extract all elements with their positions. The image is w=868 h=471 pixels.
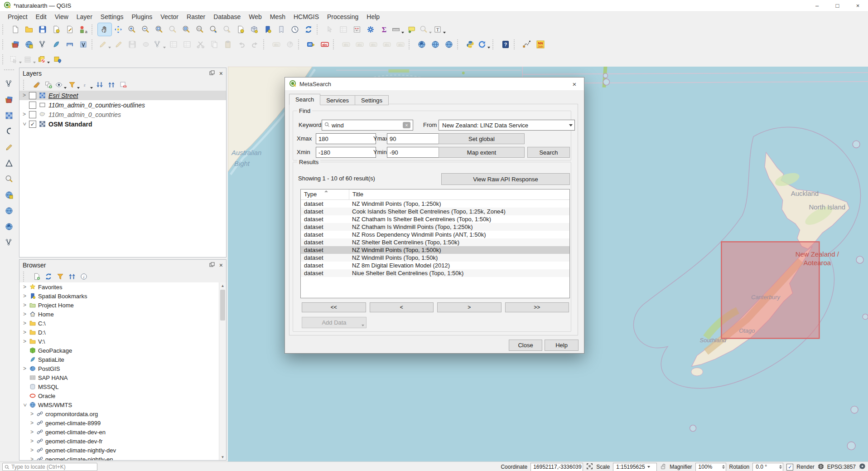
identify-features-button[interactable] [323,23,337,36]
expander-icon[interactable]: > [29,412,34,417]
organize-columns-button[interactable] [180,38,194,51]
prev-page-button[interactable]: < [370,302,434,312]
current-edits-button[interactable] [98,38,112,51]
browser-item-d[interactable]: >D:\ [19,328,226,337]
show-layout-manager-button[interactable] [63,23,77,36]
magnifier-gear-button[interactable] [3,173,15,185]
messages-icon[interactable] [859,463,866,471]
sort-indicator-icon[interactable] [324,190,328,192]
change-label-properties-button[interactable]: abc [394,38,407,51]
browser-item-geomet-climate-8999[interactable]: >geomet-climate-8999 [19,418,226,427]
crs-icon[interactable] [818,463,824,471]
layer-item[interactable]: >110m_admin_0_countries [19,110,226,119]
toolbar-handle[interactable] [2,24,7,34]
tab-services[interactable]: Services [320,95,355,105]
map-extent-button[interactable]: Map extent [439,147,525,158]
expander-icon[interactable]: > [29,439,34,444]
next-page-button[interactable]: > [437,302,502,312]
browser-item-wms-wmts[interactable]: >WMS/WMTS [19,400,226,409]
zoom-in-button[interactable] [125,23,139,36]
toolbar-handle[interactable] [23,272,28,282]
browser-item-geopackage[interactable]: GeoPackage [19,346,226,355]
browser-item-geomet-climate-nightly-dev[interactable]: >geomet-climate-nightly-dev [19,446,226,455]
temporal-controller-button[interactable] [288,23,302,36]
result-row[interactable]: datasetNZ Ross Dependency Windmill Point… [301,231,569,238]
vector-edit-button[interactable] [3,78,15,90]
zoom-to-selection-button[interactable] [166,23,179,36]
toolbar-handle[interactable] [92,24,96,34]
expand-all-button[interactable] [94,79,106,90]
browser-item-project-home[interactable]: >Project Home [19,301,226,310]
float-panel-icon[interactable] [209,262,215,269]
show-statistics-button[interactable]: Σ [377,23,391,36]
expander-icon[interactable]: > [22,366,27,371]
rotation-spinbox[interactable]: 0.0 ° [752,463,783,471]
rule-based-labeling-button[interactable]: abc [318,38,332,51]
scroll-thumb[interactable] [220,290,225,320]
new-spatial-bookmark-button[interactable] [261,23,275,36]
help-contents-button[interactable]: ? [499,38,512,51]
layer-visibility-checkbox[interactable] [29,111,36,118]
new-project-button[interactable] [9,23,22,36]
add-vector-layer-button[interactable] [36,38,49,51]
result-row[interactable]: datasetNZ Chatham Is Shelter Belt Centre… [301,215,569,223]
processing-toolbox-button[interactable] [364,23,377,36]
close-button[interactable]: × [848,0,868,11]
style-manager-button[interactable]: a [77,23,90,36]
expander-icon[interactable]: > [22,312,27,317]
digitize-shape-button[interactable] [139,38,153,51]
render-checkbox[interactable]: ✓ [786,464,793,471]
browser-item-home[interactable]: >Home [19,310,226,319]
open-attribute-table-button[interactable] [337,23,350,36]
magnifier-spinbox[interactable]: 100% [695,463,726,471]
new-print-layout-button[interactable] [49,23,63,36]
menu-mesh[interactable]: Mesh [266,12,289,21]
toolbar-handle[interactable] [333,39,338,49]
ymax-input[interactable]: 90 [387,133,442,144]
browser-item-postgis[interactable]: >PostGIS [19,364,226,373]
menu-database[interactable]: Database [209,12,245,21]
float-panel-icon[interactable] [209,70,215,77]
triangle-tool-button[interactable] [3,157,15,169]
toolbar-handle[interactable] [298,39,303,49]
collapse-all-button[interactable] [106,79,117,90]
new-3d-map-view-button[interactable] [247,23,261,36]
zoom-full-button[interactable] [152,23,166,36]
maximize-button[interactable]: □ [827,0,848,11]
browser-item-spatialite[interactable]: SpatiaLite [19,355,226,364]
locator-input[interactable]: Type to locate (Ctrl+K) [2,463,97,471]
copy-features-button[interactable] [207,38,221,51]
xmax-input[interactable]: 180 [316,133,376,144]
expander-icon[interactable]: > [22,330,27,335]
pin-unpin-labels-button[interactable]: abc [339,38,353,51]
browser-item-v[interactable]: >V:\ [19,337,226,346]
close-dialog-button[interactable]: Close [509,340,542,351]
add-bookmark-pin-button[interactable] [51,53,64,66]
raster-checker-button[interactable] [3,110,15,121]
menu-processing[interactable]: Processing [323,12,362,21]
toolbar-handle[interactable] [263,39,268,49]
add-delimited-text-layer-button[interactable] [63,38,77,51]
menu-raster[interactable]: Raster [183,12,209,21]
plugin-reloader-button[interactable] [477,38,491,51]
select-features-button[interactable] [9,53,23,66]
scale-dropdown[interactable]: 1:15195625 [613,463,657,471]
globe-web-button[interactable] [3,205,15,217]
last-page-button[interactable]: >> [505,302,569,312]
expander-icon[interactable]: > [29,430,34,435]
text-annotation-button[interactable]: T [433,23,447,36]
layer-visibility-checkbox[interactable]: ✓ [29,121,36,128]
browser-item-c[interactable]: >C:\ [19,319,226,328]
paste-features-button[interactable] [221,38,235,51]
expander-icon[interactable]: > [22,112,27,117]
layer-item[interactable]: >Esri Street [19,91,226,100]
browser-item-sap-hana[interactable]: SAP HANA [19,373,226,382]
select-by-value-button[interactable] [23,53,37,66]
layers-stack-button[interactable] [3,94,15,106]
lock-icon[interactable] [660,463,666,471]
hook-tool-button[interactable] [3,126,15,137]
zoom-native-button[interactable]: 1:1 [193,23,207,36]
layer-item[interactable]: >✓OSM Standard [19,119,226,129]
result-row[interactable]: datasetNZ Windmill Points (Topo, 1:250k) [301,200,569,208]
browser-item-cropmonitordata-org[interactable]: >cropmonitordata.org [19,409,226,418]
